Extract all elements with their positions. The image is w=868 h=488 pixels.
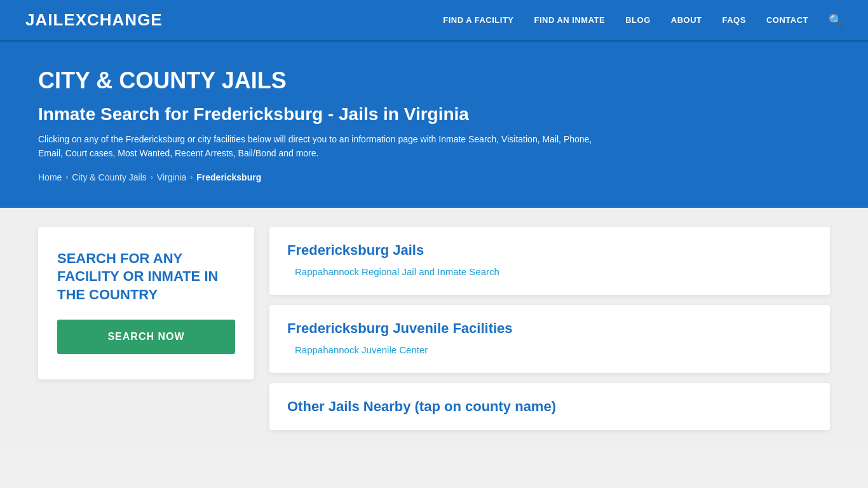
breadcrumb-sep-3: › xyxy=(190,173,193,182)
nav-faqs[interactable]: FAQs xyxy=(722,15,746,25)
main-nav: FIND A FACILITY FIND AN INMATE BLOG ABOU… xyxy=(443,13,843,27)
sidebar: SEARCH FOR ANY FACILITY OR INMATE IN THE… xyxy=(38,227,254,379)
main-content: SEARCH FOR ANY FACILITY OR INMATE IN THE… xyxy=(0,208,868,449)
nav-blog[interactable]: BLOG xyxy=(625,15,651,25)
breadcrumb-fredericksburg: Fredericksburg xyxy=(196,172,261,182)
fredericksburg-juvenile-card: Fredericksburg Juvenile Facilities Rappa… xyxy=(269,305,830,373)
nav-find-inmate[interactable]: FIND AN INMATE xyxy=(534,15,606,25)
logo-jail: JAIL xyxy=(25,10,64,29)
breadcrumb-virginia[interactable]: Virginia xyxy=(157,172,186,182)
breadcrumb: Home › City & County Jails › Virginia › … xyxy=(38,172,830,182)
nav-about[interactable]: ABOUT xyxy=(671,15,702,25)
rappahannock-regional-link[interactable]: Rappahannock Regional Jail and Inmate Se… xyxy=(287,266,812,277)
logo-exchange: EXCHANGE xyxy=(64,10,162,29)
site-header: JAILEXCHANGE FIND A FACILITY FIND AN INM… xyxy=(0,0,868,42)
breadcrumb-sep-1: › xyxy=(65,173,68,182)
other-jails-title: Other Jails Nearby (tap on county name) xyxy=(287,398,812,415)
hero-category: CITY & COUNTY JAILS xyxy=(38,67,830,94)
search-box: SEARCH FOR ANY FACILITY OR INMATE IN THE… xyxy=(38,227,254,379)
other-jails-card: Other Jails Nearby (tap on county name) xyxy=(269,383,830,430)
fredericksburg-jails-card: Fredericksburg Jails Rappahannock Region… xyxy=(269,227,830,295)
hero-section: CITY & COUNTY JAILS Inmate Search for Fr… xyxy=(0,42,868,208)
search-now-button[interactable]: SEARCH NOW xyxy=(57,320,235,354)
breadcrumb-sep-2: › xyxy=(151,173,153,182)
rappahannock-juvenile-link[interactable]: Rappahannock Juvenile Center xyxy=(287,344,812,355)
breadcrumb-home[interactable]: Home xyxy=(38,172,62,182)
fredericksburg-jails-title: Fredericksburg Jails xyxy=(287,242,812,259)
facility-cards: Fredericksburg Jails Rappahannock Region… xyxy=(269,227,830,430)
search-icon[interactable]: 🔍 xyxy=(829,13,843,27)
hero-description: Clicking on any of the Fredericksburg or… xyxy=(38,132,610,161)
search-box-title: SEARCH FOR ANY FACILITY OR INMATE IN THE… xyxy=(57,250,235,304)
nav-find-facility[interactable]: FIND A FACILITY xyxy=(443,15,513,25)
site-logo[interactable]: JAILEXCHANGE xyxy=(25,10,163,30)
hero-title: Inmate Search for Fredericksburg - Jails… xyxy=(38,104,830,125)
nav-contact[interactable]: CONTACT xyxy=(766,15,808,25)
breadcrumb-city-county[interactable]: City & County Jails xyxy=(72,172,146,182)
fredericksburg-juvenile-title: Fredericksburg Juvenile Facilities xyxy=(287,320,812,337)
